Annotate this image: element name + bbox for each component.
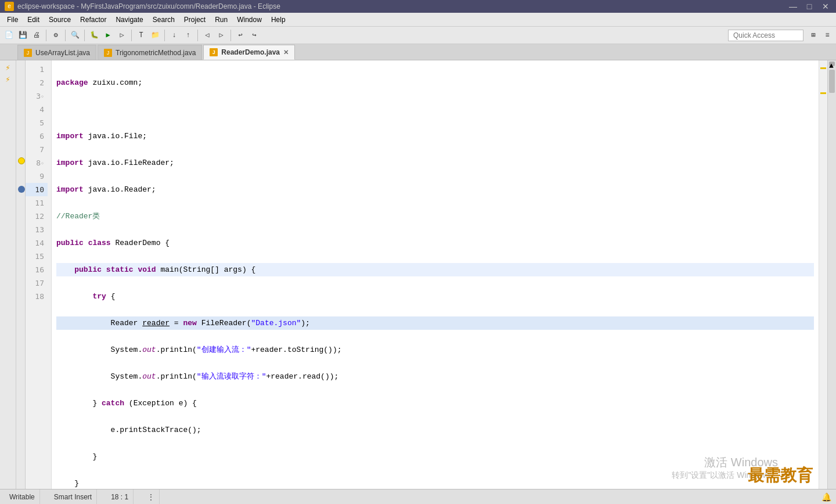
line-11: 11	[26, 196, 48, 210]
java-file-icon: J	[24, 49, 32, 57]
code-line-1: package zuixu.comn;	[56, 76, 814, 89]
tab-label-3: ReaderDemo.java	[221, 48, 280, 56]
tab-trigonometric[interactable]: J TrigonometricMethod.java	[98, 45, 202, 60]
line-7: 7	[26, 143, 48, 156]
next-annotation-button[interactable]: ↓	[168, 29, 181, 42]
line-1: 1	[26, 63, 48, 76]
code-line-5: import java.io.Reader;	[56, 183, 814, 196]
menu-file[interactable]: File	[2, 13, 23, 26]
line-15: 15	[26, 250, 48, 263]
code-line-10: Reader reader = new FileReader("Date.jso…	[56, 316, 814, 330]
debug-button[interactable]: 🐛	[88, 29, 100, 42]
breakpoint-line10	[18, 186, 25, 193]
menu-source[interactable]: Source	[44, 13, 75, 26]
maximize-button[interactable]: □	[803, 2, 815, 11]
eclipse-icon: e	[5, 2, 14, 11]
breakpoint-bar	[16, 60, 26, 489]
new-button[interactable]: 📄	[2, 29, 15, 42]
quick-access-input[interactable]	[728, 30, 803, 41]
status-right-area: 🔔	[821, 492, 831, 502]
editor-container: ⚡ ⚡ 1 2 3◦ 4 5 6 7 8◦ 9 10 11 12 13 14 1…	[0, 60, 836, 489]
toolbar-sep-7	[230, 30, 231, 41]
toolbar-sep-4	[131, 30, 132, 41]
print-button[interactable]: 🖨	[30, 29, 43, 42]
overview-ruler[interactable]	[819, 60, 827, 489]
prev-annotation-button[interactable]: ↑	[182, 29, 194, 42]
code-line-7: public class ReaderDemo {	[56, 236, 814, 250]
line-10: 10	[26, 183, 48, 196]
network-icon: 🔔	[821, 492, 831, 502]
run-last-button[interactable]: ▷	[116, 29, 128, 42]
line-4: 4	[26, 103, 48, 116]
code-line-12: System.out.println("输入流读取字符："+reader.rea…	[56, 370, 814, 383]
ruler-marker-2	[820, 92, 826, 94]
window-title: eclipse-workspace - MyFirstJavaProgram/s…	[17, 2, 787, 10]
run-button[interactable]: ▶	[102, 29, 114, 42]
back-button[interactable]: ◁	[201, 29, 214, 42]
minimize-button[interactable]: —	[787, 2, 799, 11]
open-resource-button[interactable]: 📁	[149, 29, 161, 42]
menu-refactor[interactable]: Refactor	[75, 13, 111, 26]
menu-window[interactable]: Window	[232, 13, 266, 26]
line-6: 6	[26, 129, 48, 143]
scrollbar-thumb[interactable]	[829, 70, 835, 93]
code-line-4: import java.io.FileReader;	[56, 156, 814, 170]
menu-search[interactable]: Search	[148, 13, 179, 26]
forward-button[interactable]: ▷	[215, 29, 228, 42]
vertical-scrollbar[interactable]: ▲	[827, 60, 836, 489]
code-line-6: //Reader类	[56, 210, 814, 223]
open-type-button[interactable]: T	[135, 29, 147, 42]
tab-readerdemo[interactable]: J ReaderDemo.java ✕	[203, 45, 295, 60]
code-line-3: import java.io.File;	[56, 129, 814, 143]
menu-navigate[interactable]: Navigate	[111, 13, 147, 26]
left-margin: ⚡ ⚡	[0, 60, 16, 489]
toolbar-sep-1	[46, 30, 46, 41]
tab-label-2: TrigonometricMethod.java	[116, 49, 196, 57]
code-line-13: } catch (Exception e) {	[56, 397, 814, 410]
line-2: 2	[26, 76, 48, 89]
line-12: 12	[26, 210, 48, 223]
ruler-marker-1	[820, 67, 826, 69]
line-16: 16	[26, 263, 48, 276]
scrollbar-up-arrow[interactable]: ▲	[829, 62, 835, 66]
tab-usearraylist[interactable]: J UseArrayList.java	[17, 45, 96, 60]
code-line-15: }	[56, 450, 814, 463]
menu-run[interactable]: Run	[210, 13, 232, 26]
code-editor[interactable]: package zuixu.comn; import java.io.File;…	[52, 60, 819, 489]
breakpoint-line8	[18, 157, 25, 164]
line-5: 5	[26, 116, 48, 129]
search-button[interactable]: 🔍	[69, 29, 81, 42]
java-file-icon-2: J	[104, 49, 112, 57]
perspective-button[interactable]: ⊞	[807, 29, 820, 42]
status-menu-icon[interactable]: ⋮	[143, 489, 160, 504]
view-menu-button[interactable]: ≡	[821, 29, 834, 42]
code-line-9: try {	[56, 290, 814, 303]
java-file-icon-3: J	[210, 48, 218, 56]
menu-project[interactable]: Project	[179, 13, 210, 26]
properties-button[interactable]: ⚙	[49, 29, 62, 42]
code-line-14: e.printStackTrace();	[56, 423, 814, 437]
title-bar: e eclipse-workspace - MyFirstJavaProgram…	[0, 0, 836, 13]
status-writable: Writable	[5, 489, 40, 504]
code-line-2	[56, 103, 814, 116]
tab-close-button[interactable]: ✕	[283, 49, 289, 56]
margin-icon-2: ⚡	[3, 74, 13, 84]
line-13: 13	[26, 223, 48, 236]
menu-edit[interactable]: Edit	[23, 13, 44, 26]
code-line-8: public static void main(String[] args) {	[56, 263, 814, 276]
code-line-16: }	[56, 477, 814, 489]
window-controls[interactable]: — □ ✕	[787, 2, 831, 11]
line-18: 18	[26, 290, 48, 303]
redo-button[interactable]: ↪	[248, 29, 261, 42]
undo-button[interactable]: ↩	[234, 29, 247, 42]
toolbar: 📄 💾 🖨 ⚙ 🔍 🐛 ▶ ▷ T 📁 ↓ ↑ ◁ ▷ ↩ ↪ ⊞ ≡	[0, 27, 836, 44]
menu-bar: File Edit Source Refactor Navigate Searc…	[0, 13, 836, 27]
save-button[interactable]: 💾	[16, 29, 29, 42]
line-9: 9	[26, 170, 48, 183]
toolbar-sep-5	[164, 30, 165, 41]
menu-help[interactable]: Help	[266, 13, 290, 26]
close-button[interactable]: ✕	[820, 2, 831, 11]
margin-icon-1: ⚡	[3, 63, 13, 72]
line-14: 14	[26, 236, 48, 250]
code-area[interactable]: 1 2 3◦ 4 5 6 7 8◦ 9 10 11 12 13 14 15 16…	[26, 60, 836, 489]
